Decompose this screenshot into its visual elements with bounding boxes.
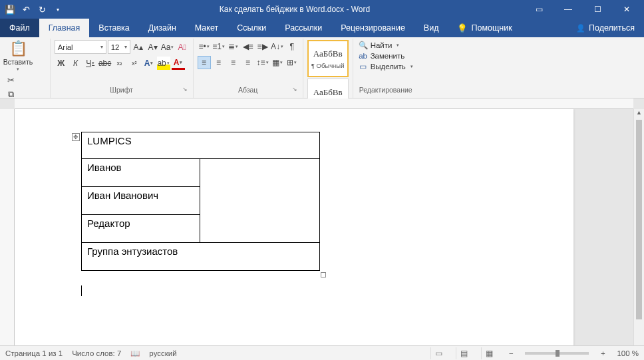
vertical-scrollbar[interactable]: ▲ <box>633 109 644 345</box>
numbering-icon[interactable]: ≡1 <box>212 40 226 53</box>
font-size-value: 12 <box>111 43 120 51</box>
window-controls: ▭ — ☐ ✕ <box>524 0 641 19</box>
decrease-indent-icon[interactable]: ◀≡ <box>242 40 255 53</box>
tab-design[interactable]: Дизайн <box>139 19 186 37</box>
word-count[interactable]: Число слов: 7 <box>72 349 121 357</box>
tab-references[interactable]: Ссылки <box>228 19 275 37</box>
zoom-level[interactable]: 100 % <box>617 349 639 357</box>
title-bar: 💾 ↶ ↻ ▾ Как сделать бейджик в Word.docx … <box>0 0 644 19</box>
close-icon[interactable]: ✕ <box>612 0 641 19</box>
tab-mailings[interactable]: Рассылки <box>275 19 331 37</box>
share-button[interactable]: 👤Поделиться <box>567 19 644 37</box>
minimize-icon[interactable]: — <box>554 0 583 19</box>
qat-customize-icon[interactable]: ▾ <box>51 2 65 17</box>
web-layout-icon[interactable]: ▦ <box>481 347 497 359</box>
highlight-icon[interactable]: ab <box>157 57 170 70</box>
table-cell[interactable]: LUMPICS <box>82 132 320 159</box>
font-name-value: Arial <box>58 43 73 51</box>
underline-button[interactable]: Ч <box>84 57 97 70</box>
chevron-down-icon: ▾ <box>17 67 19 72</box>
font-name-combo[interactable]: Arial▾ <box>55 40 106 54</box>
zoom-in-icon[interactable]: + <box>598 349 607 357</box>
tab-insert[interactable]: Вставка <box>89 19 138 37</box>
multilevel-icon[interactable]: ≣ <box>227 40 240 53</box>
replace-button[interactable]: abЗаменить <box>357 51 414 61</box>
quick-access-toolbar: 💾 ↶ ↻ ▾ <box>3 2 65 17</box>
undo-icon[interactable]: ↶ <box>19 2 33 17</box>
table-cell[interactable]: Иван Иванович <box>82 187 200 215</box>
proofing-icon[interactable]: 📖 <box>130 349 140 358</box>
tab-view[interactable]: Вид <box>414 19 448 37</box>
paste-button[interactable]: 📋 Вставить ▾ <box>4 40 32 72</box>
replace-icon: ab <box>359 52 368 60</box>
page-viewport[interactable]: ✥ LUMPICS Иванов Иван Иванович Редактор … <box>15 109 633 345</box>
justify-icon[interactable]: ≡ <box>242 56 255 69</box>
align-right-icon[interactable]: ≡ <box>227 56 240 69</box>
style-normal[interactable]: АаБбВв ¶ Обычный <box>307 40 349 77</box>
replace-label: Заменить <box>371 52 405 60</box>
page[interactable]: ✥ LUMPICS Иванов Иван Иванович Редактор … <box>15 109 573 345</box>
dialog-launcher-icon[interactable]: ↘ <box>181 86 189 94</box>
align-left-icon[interactable]: ≡ <box>198 56 211 69</box>
tab-file[interactable]: Файл <box>0 19 39 37</box>
table-cell[interactable]: Иванов <box>82 159 200 187</box>
scrollbar-thumb[interactable] <box>636 120 642 319</box>
status-bar: Страница 1 из 1 Число слов: 7 📖 русский … <box>0 345 644 360</box>
ribbon-options-icon[interactable]: ▭ <box>524 0 554 19</box>
chevron-down-icon: ▾ <box>410 64 413 69</box>
strikethrough-button[interactable]: abc <box>98 57 112 70</box>
tab-tell[interactable]: 💡Помощник <box>448 19 521 37</box>
tell-label: Помощник <box>471 23 512 33</box>
group-editing: 🔍Найти▾ abЗаменить ▭Выделить▾ Редактиров… <box>353 39 418 98</box>
increase-indent-icon[interactable]: ≡▶ <box>256 40 269 53</box>
tab-review[interactable]: Рецензирование <box>331 19 414 37</box>
tab-layout[interactable]: Макет <box>186 19 228 37</box>
language-indicator[interactable]: русский <box>149 349 176 357</box>
change-case-icon[interactable]: Aa <box>161 41 174 54</box>
select-button[interactable]: ▭Выделить▾ <box>357 61 414 72</box>
read-mode-icon[interactable]: ▭ <box>430 347 446 359</box>
table-move-handle-icon[interactable]: ✥ <box>72 133 80 141</box>
find-button[interactable]: 🔍Найти▾ <box>357 40 414 51</box>
share-icon: 👤 <box>576 24 585 33</box>
scroll-up-icon[interactable]: ▲ <box>634 109 644 120</box>
group-label-editing: Редактирование <box>357 86 414 96</box>
zoom-handle[interactable] <box>556 350 560 357</box>
grow-font-icon[interactable]: A▴ <box>132 41 145 54</box>
shading-icon[interactable]: ▦ <box>271 56 284 69</box>
line-spacing-icon[interactable]: ↕≡ <box>256 56 269 69</box>
align-center-icon[interactable]: ≡ <box>212 56 226 69</box>
maximize-icon[interactable]: ☐ <box>583 0 612 19</box>
dialog-launcher-icon[interactable]: ↘ <box>291 86 299 94</box>
sort-icon[interactable]: A↓ <box>271 40 284 53</box>
horizontal-ruler[interactable] <box>15 98 633 109</box>
text-effects-icon[interactable]: A <box>142 57 156 70</box>
superscript-button[interactable]: x² <box>128 57 141 70</box>
font-color-icon[interactable]: A <box>172 57 185 70</box>
page-indicator[interactable]: Страница 1 из 1 <box>5 349 63 357</box>
tab-home[interactable]: Главная <box>39 19 90 37</box>
show-marks-icon[interactable]: ¶ <box>285 40 299 53</box>
shrink-font-icon[interactable]: A▾ <box>146 41 160 54</box>
bullets-icon[interactable]: ≡• <box>198 40 211 53</box>
save-icon[interactable]: 💾 <box>3 2 17 17</box>
table-cell[interactable] <box>200 159 320 243</box>
table-resize-handle-icon[interactable] <box>321 272 326 277</box>
table-cell[interactable]: Группа энтузиастов <box>82 243 320 271</box>
subscript-button[interactable]: x₂ <box>113 57 126 70</box>
italic-button[interactable]: К <box>69 57 82 70</box>
cut-icon[interactable]: ✂ <box>4 73 17 87</box>
table-cell[interactable]: Редактор <box>82 215 200 243</box>
zoom-slider[interactable] <box>525 352 589 355</box>
zoom-out-icon[interactable]: − <box>506 349 516 357</box>
print-layout-icon[interactable]: ▤ <box>456 347 472 359</box>
clipboard-icon: 📋 <box>9 40 27 57</box>
clear-formatting-icon[interactable]: A⃠ <box>176 41 189 54</box>
badge-table[interactable]: LUMPICS Иванов Иван Иванович Редактор Гр… <box>81 132 320 271</box>
font-size-combo[interactable]: 12▾ <box>108 40 130 54</box>
redo-icon[interactable]: ↻ <box>35 2 49 17</box>
window-title: Как сделать бейджик в Word.docx - Word <box>65 5 524 14</box>
vertical-ruler[interactable] <box>0 109 15 345</box>
bold-button[interactable]: Ж <box>55 57 68 70</box>
borders-icon[interactable]: ⊞ <box>285 56 299 69</box>
